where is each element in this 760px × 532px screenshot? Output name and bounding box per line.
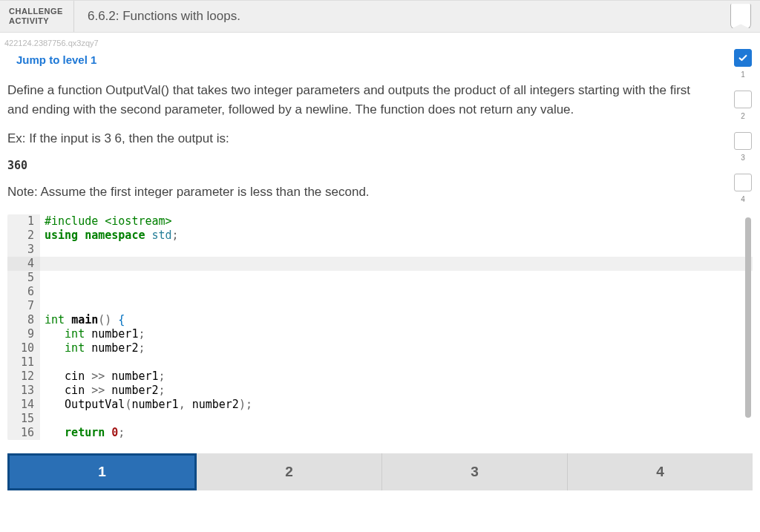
line-number: 6 xyxy=(7,285,40,299)
code-content[interactable]: cin >> number1; xyxy=(40,370,753,384)
activity-header-left: CHALLENGE ACTIVITY 6.6.2: Functions with… xyxy=(9,1,240,32)
level-rail: 1234 xyxy=(730,49,756,203)
line-number: 7 xyxy=(7,299,40,313)
code-content[interactable]: int number1; xyxy=(40,327,753,341)
code-line[interactable]: 14 OutputVal(number1, number2); xyxy=(7,398,753,412)
level-box-done[interactable] xyxy=(734,49,752,67)
line-number: 12 xyxy=(7,370,40,384)
code-content[interactable] xyxy=(40,412,753,426)
code-content[interactable]: #include <iostream> xyxy=(40,214,753,229)
code-editor[interactable]: 1#include <iostream>2using namespace std… xyxy=(7,214,753,440)
code-content[interactable] xyxy=(40,271,753,285)
line-number: 1 xyxy=(7,214,40,229)
step-tab[interactable]: 1 xyxy=(7,453,197,490)
level-box[interactable] xyxy=(734,174,752,191)
code-content[interactable] xyxy=(40,355,753,370)
code-content[interactable]: return 0; xyxy=(40,426,753,440)
line-number: 3 xyxy=(7,243,40,257)
code-content[interactable] xyxy=(40,243,753,257)
example-output: 360 xyxy=(7,159,753,172)
code-line[interactable]: 10 int number2; xyxy=(7,341,753,355)
code-line[interactable]: 8int main() { xyxy=(7,313,753,327)
level-number: 3 xyxy=(741,154,745,162)
jump-to-level-link[interactable]: Jump to level 1 xyxy=(16,53,96,66)
scrollbar-thumb[interactable] xyxy=(745,217,751,418)
line-number: 15 xyxy=(7,412,40,426)
code-content[interactable] xyxy=(40,285,753,299)
line-number: 13 xyxy=(7,384,40,398)
code-line[interactable]: 1#include <iostream> xyxy=(7,214,753,229)
line-number: 9 xyxy=(7,327,40,341)
code-line[interactable]: 3 xyxy=(7,243,753,257)
code-line[interactable]: 16 return 0; xyxy=(7,426,753,440)
activity-type-line1: CHALLENGE xyxy=(9,7,63,16)
code-content[interactable]: cin >> number2; xyxy=(40,384,753,398)
code-line[interactable]: 2using namespace std; xyxy=(7,229,753,243)
level-number: 4 xyxy=(741,195,745,203)
code-line[interactable]: 7 xyxy=(7,299,753,313)
code-line[interactable]: 5 xyxy=(7,271,753,285)
level-box[interactable] xyxy=(734,91,752,108)
code-line[interactable]: 15 xyxy=(7,412,753,426)
level-box[interactable] xyxy=(734,132,752,150)
code-content[interactable] xyxy=(40,299,753,313)
problem-description: Define a function OutputVal() that takes… xyxy=(7,81,705,119)
code-scroll[interactable]: 1#include <iostream>2using namespace std… xyxy=(7,214,753,440)
code-line[interactable]: 4 xyxy=(7,257,753,271)
code-content[interactable]: int number2; xyxy=(40,341,753,355)
example-prefix: Ex: If the input is 3 6, then the output… xyxy=(7,129,705,148)
checkmark-icon xyxy=(738,53,748,63)
step-tabs: 1234 xyxy=(7,453,753,490)
activity-type-line2: ACTIVITY xyxy=(9,16,49,25)
code-line[interactable]: 12 cin >> number1; xyxy=(7,370,753,384)
line-number: 4 xyxy=(7,257,40,271)
step-tab[interactable]: 2 xyxy=(197,453,382,490)
activity-type-label: CHALLENGE ACTIVITY xyxy=(9,1,74,32)
line-number: 11 xyxy=(7,355,40,370)
line-number: 14 xyxy=(7,398,40,412)
activity-header: CHALLENGE ACTIVITY 6.6.2: Functions with… xyxy=(0,0,760,33)
code-content[interactable] xyxy=(40,257,753,271)
step-tab[interactable]: 3 xyxy=(382,453,568,490)
line-number: 5 xyxy=(7,271,40,285)
code-content[interactable]: OutputVal(number1, number2); xyxy=(40,398,753,412)
level-number: 1 xyxy=(741,70,745,79)
content-area: Jump to level 1 1234 Define a function O… xyxy=(0,49,760,505)
line-number: 2 xyxy=(7,229,40,243)
level-number: 2 xyxy=(741,112,745,120)
code-content[interactable]: using namespace std; xyxy=(40,229,753,243)
problem-note: Note: Assume the first integer parameter… xyxy=(7,183,705,202)
line-number: 16 xyxy=(7,426,40,440)
code-line[interactable]: 13 cin >> number2; xyxy=(7,384,753,398)
tracking-id: 422124.2387756.qx3zqy7 xyxy=(4,39,760,47)
code-line[interactable]: 11 xyxy=(7,355,753,370)
code-line[interactable]: 9 int number1; xyxy=(7,327,753,341)
line-number: 8 xyxy=(7,313,40,327)
line-number: 10 xyxy=(7,341,40,355)
code-content[interactable]: int main() { xyxy=(40,313,753,327)
activity-title: 6.6.2: Functions with loops. xyxy=(74,9,240,24)
bookmark-icon[interactable] xyxy=(730,4,751,29)
code-line[interactable]: 6 xyxy=(7,285,753,299)
step-tab[interactable]: 4 xyxy=(568,453,753,490)
